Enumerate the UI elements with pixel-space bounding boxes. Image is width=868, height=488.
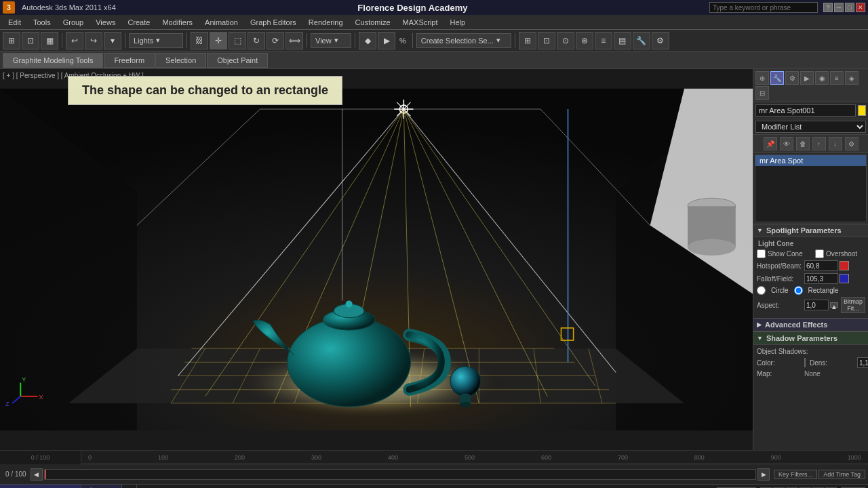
view-dropdown[interactable]: View ▾	[311, 33, 351, 48]
layers-btn[interactable]: ≡	[595, 32, 612, 49]
circle-radio[interactable]	[757, 286, 766, 295]
help-btn[interactable]: ?	[823, 3, 833, 12]
aspect-up[interactable]: ▲	[830, 302, 838, 308]
spotlight-arrow-icon: ▼	[757, 227, 763, 234]
advanced-effects-title: Advanced Effects	[765, 321, 827, 329]
menu-views[interactable]: Views	[90, 17, 121, 28]
viewport[interactable]: [ + ] [ Perspective ] [ Ambient Occlusio…	[0, 69, 753, 450]
object-color-swatch[interactable]	[858, 105, 866, 116]
bitmap-fit-btn[interactable]: Bitmap Fit...	[841, 297, 865, 313]
rp-display-icon[interactable]: ◉	[815, 71, 829, 85]
mod-up-icon[interactable]: ↑	[812, 137, 826, 150]
rp-hierarchy-icon[interactable]: ⚙	[785, 71, 799, 85]
rp-modify-icon[interactable]: 🔧	[770, 71, 784, 85]
select-move-btn[interactable]: ✛	[210, 32, 227, 49]
hotspot-row: Hotspot/Beam:	[757, 260, 865, 271]
menu-rendering[interactable]: Rendering	[303, 17, 349, 28]
rp-extra2-icon[interactable]: ⊟	[755, 86, 769, 100]
quick-render-btn[interactable]: ▶	[378, 32, 395, 49]
settings-btn[interactable]: ⚙	[652, 32, 669, 49]
rp-create-icon[interactable]: ⊕	[755, 71, 769, 85]
close-btn[interactable]: ✕	[856, 3, 865, 12]
region-btn[interactable]: ⊡	[22, 32, 39, 49]
svg-point-46	[346, 301, 353, 308]
shadow-color-swatch[interactable]	[804, 358, 806, 367]
menu-edit[interactable]: Edit	[3, 17, 26, 28]
ribbon-btn[interactable]: ▤	[614, 32, 631, 49]
select-region-btn[interactable]: ⬚	[229, 32, 246, 49]
mod-configure-icon[interactable]: ⚙	[845, 137, 859, 150]
timeline-track[interactable]	[44, 469, 757, 480]
menu-create[interactable]: Create	[122, 17, 155, 28]
timeline-numbers: 0 100 200 300 400 500 600 700 800 900 10…	[81, 454, 868, 461]
tab-freeform[interactable]: Freeform	[104, 53, 155, 68]
object-name-input[interactable]	[755, 104, 856, 117]
scale-btn[interactable]: ⟳	[267, 32, 284, 49]
menu-tools[interactable]: Tools	[28, 17, 56, 28]
lights-dropdown[interactable]: Lights ▾	[129, 33, 183, 48]
mod-pin-icon[interactable]: 📌	[764, 137, 777, 150]
snap2-btn[interactable]: ⊡	[538, 32, 555, 49]
search-input[interactable]	[709, 2, 818, 13]
sep5	[355, 33, 355, 48]
menu-modifiers[interactable]: Modifiers	[157, 17, 198, 28]
key-filters-btn[interactable]: Key Filters...	[774, 470, 817, 479]
hotspot-input[interactable]	[804, 260, 838, 271]
titlebar-right: ? ─ □ ✕	[709, 2, 865, 13]
create-selection-dropdown[interactable]: Create Selection Se... ▾	[416, 33, 511, 48]
mod-down-icon[interactable]: ↓	[829, 137, 842, 150]
light-cone-label: Light Cone	[757, 240, 865, 247]
shadow-params-title: Shadow Parameters	[766, 334, 837, 342]
welcome-panel: Welcome to Mi	[81, 485, 122, 489]
link-btn[interactable]: ⛓	[191, 32, 208, 49]
mod-delete-icon[interactable]: 🗑	[796, 137, 810, 150]
modifier-item-mrarea[interactable]: mr Area Spot	[755, 155, 866, 166]
menu-help[interactable]: Help	[445, 17, 471, 28]
tl-next-btn[interactable]: ▶	[757, 468, 770, 481]
lock-icon[interactable]: 🔒	[122, 485, 137, 489]
modifier-list-dropdown[interactable]: Modifier List	[755, 121, 866, 133]
advanced-effects-header[interactable]: ▶ Advanced Effects	[753, 318, 868, 331]
falloff-input[interactable]	[804, 273, 838, 284]
tab-objectpaint[interactable]: Object Paint	[207, 53, 268, 68]
hotspot-color[interactable]	[840, 261, 849, 270]
snap4-btn[interactable]: ⊛	[576, 32, 593, 49]
maximize-btn[interactable]: □	[845, 3, 854, 12]
menu-group[interactable]: Group	[58, 17, 90, 28]
tl-prev-btn[interactable]: ◀	[31, 468, 43, 481]
show-cone-checkbox[interactable]	[757, 249, 766, 258]
snap3-btn[interactable]: ⊙	[557, 32, 574, 49]
shadow-params-header[interactable]: ▼ Shadow Parameters	[753, 331, 868, 345]
rotate-btn[interactable]: ↻	[248, 32, 265, 49]
snap-btn[interactable]: ⊞	[519, 32, 536, 49]
menu-animation[interactable]: Animation	[199, 17, 243, 28]
svg-point-50	[460, 402, 471, 407]
mirror-btn[interactable]: ⟺	[285, 32, 303, 49]
tab-selection[interactable]: Selection	[155, 53, 206, 68]
modifier-stack: mr Area Spot	[755, 155, 867, 222]
dens-input[interactable]	[857, 357, 868, 368]
mod-show-icon[interactable]: 👁	[780, 137, 793, 150]
rp-utilities-icon[interactable]: ≡	[830, 71, 844, 85]
add-time-tag-btn[interactable]: Add Time Tag	[818, 470, 865, 479]
select-btn[interactable]: ⊞	[3, 32, 20, 49]
aspect-input[interactable]	[804, 300, 829, 310]
tools-btn[interactable]: 🔧	[633, 32, 650, 49]
falloff-color[interactable]	[840, 274, 849, 283]
rectangle-radio[interactable]	[794, 286, 803, 295]
tab-graphite[interactable]: Graphite Modeling Tools	[3, 53, 103, 68]
menu-customize[interactable]: Customize	[350, 17, 396, 28]
undo-btn[interactable]: ↩	[66, 32, 83, 49]
overshoot-checkbox[interactable]	[815, 249, 824, 258]
menu-maxscript[interactable]: MAXScript	[397, 17, 443, 28]
render-btn[interactable]: ◆	[359, 32, 376, 49]
redo-btn[interactable]: ↪	[85, 32, 102, 49]
sep6	[412, 33, 413, 48]
history-btn[interactable]: ▾	[104, 32, 121, 49]
rp-motion-icon[interactable]: ▶	[800, 71, 814, 85]
filter-btn[interactable]: ▦	[41, 32, 58, 49]
minimize-btn[interactable]: ─	[834, 3, 844, 12]
spotlight-params-header[interactable]: ▼ Spotlight Parameters	[753, 224, 868, 237]
menu-graph-editors[interactable]: Graph Editors	[245, 17, 302, 28]
rp-extra1-icon[interactable]: ◈	[845, 71, 859, 85]
